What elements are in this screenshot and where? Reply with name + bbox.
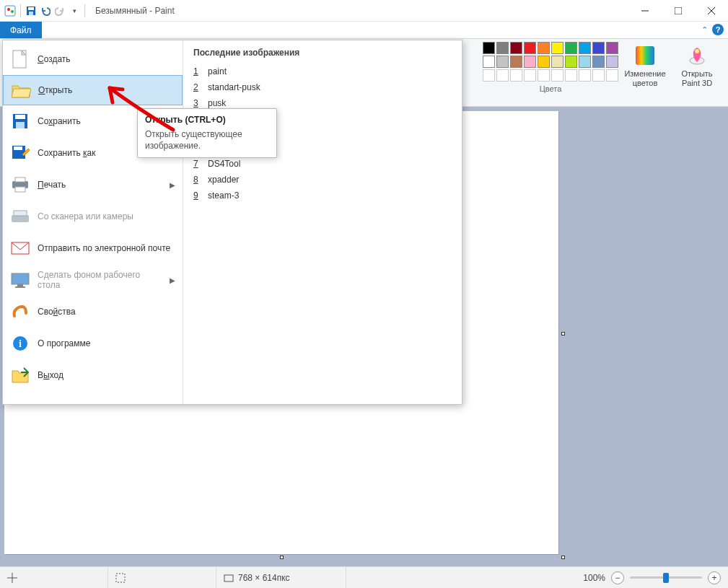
- save-icon: [10, 111, 30, 131]
- selection-icon: [115, 573, 126, 583]
- qat-redo-icon[interactable]: [54, 5, 66, 17]
- color-swatch[interactable]: [579, 69, 591, 82]
- svg-rect-10: [636, 46, 654, 65]
- color-swatch[interactable]: [551, 69, 563, 82]
- window-title: Безымянный - Paint: [91, 6, 175, 16]
- color-swatch[interactable]: [592, 56, 605, 68]
- zoom-controls: 100% − +: [576, 571, 728, 584]
- recent-item[interactable]: 9steam-3: [193, 188, 452, 203]
- minimize-button[interactable]: [628, 0, 662, 22]
- svg-rect-20: [15, 177, 25, 182]
- color-swatch[interactable]: [538, 42, 550, 54]
- recent-name: DS4Tool: [208, 159, 240, 169]
- resize-handle-bottom[interactable]: [280, 556, 284, 559]
- file-menu-item-9[interactable]: iО программе: [3, 328, 183, 359]
- file-menu-item-label: Открыть: [38, 85, 72, 95]
- svg-rect-27: [15, 286, 25, 288]
- file-menu-item-label: О программе: [38, 338, 90, 348]
- zoom-in-button[interactable]: +: [708, 571, 721, 584]
- submenu-arrow-icon: ▶: [170, 276, 175, 284]
- color-swatch[interactable]: [510, 69, 522, 82]
- recent-index: 3: [193, 98, 201, 108]
- qat-undo-icon[interactable]: [40, 5, 51, 17]
- edit-colors-button[interactable]: Изменение цветов: [620, 42, 670, 89]
- file-menu-item-8[interactable]: Свойства: [3, 296, 183, 328]
- color-swatch[interactable]: [510, 56, 522, 68]
- paint-3d-icon: [685, 43, 709, 68]
- recent-name: standart-pusk: [208, 82, 260, 92]
- zoom-slider-thumb[interactable]: [663, 573, 669, 583]
- color-swatch[interactable]: [592, 42, 605, 54]
- zoom-slider[interactable]: [630, 576, 702, 579]
- close-button[interactable]: [695, 0, 728, 22]
- color-swatch[interactable]: [592, 69, 605, 82]
- colors-group-label: Цвета: [540, 84, 562, 93]
- color-swatch[interactable]: [496, 42, 509, 54]
- svg-rect-33: [224, 575, 233, 582]
- color-swatches: [483, 42, 618, 82]
- recent-item[interactable]: 8xpadder: [193, 172, 452, 188]
- file-menu-item-6[interactable]: Отправить по электронной почте: [3, 232, 183, 264]
- recent-header: Последние изображения: [193, 48, 452, 58]
- file-tab[interactable]: Файл: [0, 22, 42, 38]
- color-swatch[interactable]: [483, 56, 495, 68]
- color-swatch[interactable]: [524, 69, 536, 82]
- recent-item[interactable]: 1paint: [193, 63, 452, 79]
- color-swatch[interactable]: [579, 56, 591, 68]
- color-swatch[interactable]: [606, 42, 618, 54]
- color-swatch[interactable]: [538, 56, 550, 68]
- resize-handle-corner[interactable]: [561, 556, 565, 559]
- file-menu-item-5: Со сканера или камеры: [3, 201, 183, 232]
- submenu-arrow-icon: ▶: [170, 181, 175, 189]
- svg-point-12: [695, 49, 699, 53]
- collapse-ribbon-icon[interactable]: ⌃: [701, 25, 708, 35]
- color-swatch[interactable]: [565, 69, 577, 82]
- color-swatch[interactable]: [551, 56, 563, 68]
- title-bar: ▾ Безымянный - Paint: [0, 0, 728, 22]
- svg-point-1: [7, 8, 10, 11]
- recent-item[interactable]: 2standart-pusk: [193, 79, 452, 95]
- color-swatch[interactable]: [524, 42, 536, 54]
- edit-colors-icon: [633, 43, 657, 68]
- color-swatch[interactable]: [606, 69, 618, 82]
- color-swatch[interactable]: [483, 42, 495, 54]
- recent-item[interactable]: 7DS4Tool: [193, 156, 452, 172]
- color-swatch[interactable]: [524, 56, 536, 68]
- file-menu-item-label: Отправить по электронной почте: [38, 243, 170, 253]
- file-menu-item-10[interactable]: Выход: [3, 359, 183, 391]
- color-swatch[interactable]: [606, 56, 618, 68]
- swatch-row: [483, 69, 618, 82]
- color-swatch[interactable]: [483, 69, 495, 82]
- file-menu-item-label: Печать: [38, 180, 66, 190]
- color-swatch[interactable]: [538, 69, 550, 82]
- color-swatch[interactable]: [551, 42, 563, 54]
- qat-customize-icon[interactable]: ▾: [69, 5, 80, 17]
- open-paint-3d-button[interactable]: Открыть Paint 3D: [672, 42, 722, 89]
- file-menu-item-label: Сохранить как: [38, 148, 95, 158]
- file-menu-item-4[interactable]: Печать▶: [3, 169, 183, 201]
- zoom-level: 100%: [583, 573, 605, 583]
- color-swatch[interactable]: [565, 56, 577, 68]
- zoom-out-button[interactable]: −: [611, 571, 624, 584]
- svg-rect-21: [15, 187, 25, 192]
- file-menu-item-label: Сохранить: [38, 116, 81, 126]
- file-menu-left: СоздатьОткрытьСохранитьСохранить как▶Печ…: [3, 40, 183, 404]
- resize-handle-right[interactable]: [561, 332, 565, 335]
- save-as-icon: [10, 143, 30, 163]
- file-menu-item-0[interactable]: Создать: [3, 43, 183, 75]
- status-canvas-size: 768 × 614пкс: [216, 567, 346, 588]
- paint-app-icon: [4, 5, 16, 17]
- color-swatch[interactable]: [496, 69, 509, 82]
- color-swatch[interactable]: [510, 42, 522, 54]
- file-menu-item-1[interactable]: Открыть: [3, 75, 183, 105]
- status-cursor-pos: [0, 567, 108, 588]
- qat-save-icon[interactable]: [25, 5, 37, 17]
- help-icon[interactable]: ?: [712, 24, 724, 35]
- color-swatch[interactable]: [496, 56, 509, 68]
- color-swatch[interactable]: [565, 42, 577, 54]
- maximize-button[interactable]: [662, 0, 695, 22]
- file-menu-item-label: Со сканера или камеры: [38, 211, 133, 221]
- color-swatch[interactable]: [579, 42, 591, 54]
- svg-rect-7: [675, 7, 682, 14]
- recent-index: 2: [193, 82, 201, 92]
